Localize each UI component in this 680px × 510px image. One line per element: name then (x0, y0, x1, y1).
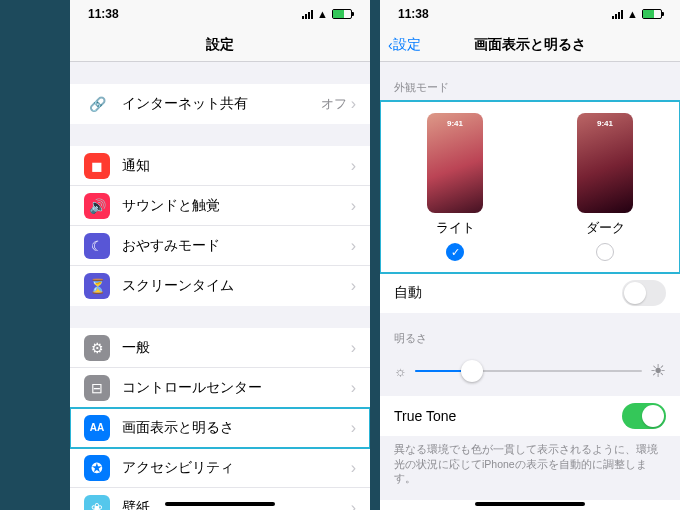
status-time: 11:38 (398, 7, 429, 21)
wifi-icon: ▲ (627, 8, 638, 20)
dark-thumbnail: 9:41 (577, 113, 633, 213)
status-time: 11:38 (88, 7, 119, 21)
group-hotspot: 🔗 インターネット共有 オフ › (70, 84, 370, 124)
radio-selected-icon: ✓ (446, 243, 464, 261)
home-indicator[interactable] (165, 502, 275, 506)
status-indicators: ▲ (612, 8, 662, 20)
row-general[interactable]: ⚙︎ 一般 › (70, 328, 370, 368)
cellular-icon (302, 10, 313, 19)
chevron-right-icon: › (351, 459, 356, 477)
appearance-light-option[interactable]: 9:41 ライト ✓ (427, 113, 483, 261)
battery-icon (332, 9, 352, 19)
group-general: ⚙︎ 一般 › ⊟ コントロールセンター › AA 画面表示と明るさ › ✪ ア… (70, 328, 370, 510)
sun-min-icon: ☼ (394, 363, 407, 379)
chevron-right-icon: › (351, 379, 356, 397)
light-thumbnail: 9:41 (427, 113, 483, 213)
row-personal-hotspot[interactable]: 🔗 インターネット共有 オフ › (70, 84, 370, 124)
row-automatic: 自動 (380, 273, 680, 313)
settings-root-screen: 11:38 ▲ 設定 🔗 インターネット共有 オフ › ◼︎ 通知 › 🔊 サウ… (70, 0, 370, 510)
back-button[interactable]: ‹ 設定 (388, 36, 421, 54)
text-size-icon: AA (84, 415, 110, 441)
switches-icon: ⊟ (84, 375, 110, 401)
row-accessibility[interactable]: ✪ アクセシビリティ › (70, 448, 370, 488)
flower-icon: ❀ (84, 495, 110, 510)
nav-bar: ‹ 設定 画面表示と明るさ (380, 28, 680, 62)
chevron-right-icon: › (351, 95, 356, 113)
radio-unselected-icon (596, 243, 614, 261)
brightness-header: 明るさ (380, 313, 680, 352)
battery-icon (642, 9, 662, 19)
row-wallpaper[interactable]: ❀ 壁紙 › (70, 488, 370, 510)
brightness-row: ☼ ☀︎ (380, 352, 680, 396)
true-tone-toggle[interactable] (622, 403, 666, 429)
chevron-right-icon: › (351, 277, 356, 295)
row-dnd[interactable]: ☾ おやすみモード › (70, 226, 370, 266)
nav-bar: 設定 (70, 28, 370, 62)
row-sounds[interactable]: 🔊 サウンドと触覚 › (70, 186, 370, 226)
status-bar: 11:38 ▲ (380, 0, 680, 28)
accessibility-icon: ✪ (84, 455, 110, 481)
appearance-header: 外観モード (380, 62, 680, 101)
notifications-icon: ◼︎ (84, 153, 110, 179)
brightness-slider[interactable] (415, 370, 642, 372)
chevron-right-icon: › (351, 197, 356, 215)
row-display-brightness[interactable]: AA 画面表示と明るさ › (70, 408, 370, 448)
page-title: 画面表示と明るさ (474, 36, 586, 54)
chevron-right-icon: › (351, 157, 356, 175)
link-icon: 🔗 (84, 91, 110, 117)
chevron-right-icon: › (351, 419, 356, 437)
display-brightness-screen: 11:38 ▲ ‹ 設定 画面表示と明るさ 外観モード 9:41 ライト ✓ 9… (380, 0, 680, 510)
chevron-right-icon: › (351, 499, 356, 510)
home-indicator[interactable] (475, 502, 585, 506)
sun-max-icon: ☀︎ (650, 360, 666, 382)
true-tone-description: 異なる環境でも色が一貫して表示されるように、環境光の状況に応じてiPhoneの表… (380, 436, 680, 500)
page-title: 設定 (206, 36, 234, 54)
wifi-icon: ▲ (317, 8, 328, 20)
status-indicators: ▲ (302, 8, 352, 20)
hourglass-icon: ⏳ (84, 273, 110, 299)
appearance-dark-option[interactable]: 9:41 ダーク (577, 113, 633, 261)
group-truetone: True Tone (380, 396, 680, 436)
row-notifications[interactable]: ◼︎ 通知 › (70, 146, 370, 186)
appearance-mode-picker: 9:41 ライト ✓ 9:41 ダーク (380, 101, 680, 273)
group-auto: 自動 (380, 273, 680, 313)
chevron-right-icon: › (351, 339, 356, 357)
chevron-right-icon: › (351, 237, 356, 255)
status-bar: 11:38 ▲ (70, 0, 370, 28)
gear-icon: ⚙︎ (84, 335, 110, 361)
row-screentime[interactable]: ⏳ スクリーンタイム › (70, 266, 370, 306)
group-notifications: ◼︎ 通知 › 🔊 サウンドと触覚 › ☾ おやすみモード › ⏳ スクリーンタ… (70, 146, 370, 306)
moon-icon: ☾ (84, 233, 110, 259)
row-control-center[interactable]: ⊟ コントロールセンター › (70, 368, 370, 408)
row-true-tone: True Tone (380, 396, 680, 436)
cellular-icon (612, 10, 623, 19)
sounds-icon: 🔊 (84, 193, 110, 219)
automatic-toggle[interactable] (622, 280, 666, 306)
